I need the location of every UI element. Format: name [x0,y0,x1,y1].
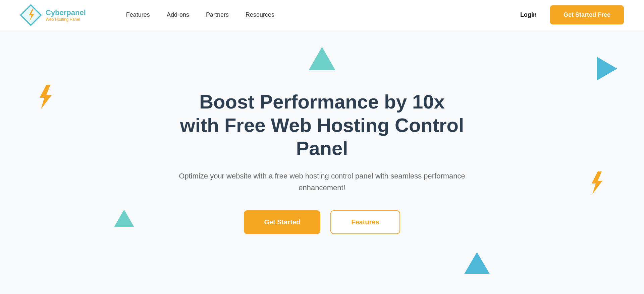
nav-item-features[interactable]: Features [126,11,150,18]
hero-title: Boost Performance by 10x with Free Web H… [178,90,466,160]
hero-content: Boost Performance by 10x with Free Web H… [178,90,466,234]
nav-right: Login Get Started Free [520,5,624,24]
deco-triangle-bottom-right [464,252,490,274]
hero-subtitle: Optimize your website with a free web ho… [178,170,466,194]
nav-item-addons[interactable]: Add-ons [167,11,189,18]
nav-links: Features Add-ons Partners Resources [126,11,274,18]
login-link[interactable]: Login [520,11,537,18]
hero-get-started-button[interactable]: Get Started [244,210,320,234]
nav-link-partners[interactable]: Partners [206,11,229,18]
logo-link[interactable]: Cyberpanel Web Hosting Panel [20,4,86,26]
logo-name: Cyberpanel [46,8,86,17]
nav-link-addons[interactable]: Add-ons [167,11,189,18]
deco-triangle-top-right [597,57,617,80]
logo-text-group: Cyberpanel Web Hosting Panel [46,8,86,22]
deco-lightning-right [586,171,604,196]
logo-sub: Web Hosting Panel [46,17,86,22]
hero-buttons: Get Started Features [178,210,466,234]
deco-triangle-bottom-left [114,210,134,227]
navbar-cta-button[interactable]: Get Started Free [550,5,624,24]
hero-features-button[interactable]: Features [330,210,400,234]
hero-section: Boost Performance by 10x with Free Web H… [0,30,644,294]
svg-marker-8 [592,171,602,194]
deco-triangle-top-center [309,47,335,70]
logo-icon [20,4,42,26]
nav-item-partners[interactable]: Partners [206,11,229,18]
navbar: Cyberpanel Web Hosting Panel Features Ad… [0,0,644,30]
nav-link-features[interactable]: Features [126,11,150,18]
nav-link-resources[interactable]: Resources [246,11,274,18]
nav-item-resources[interactable]: Resources [246,11,274,18]
svg-marker-7 [40,85,52,109]
deco-lightning-left [34,84,54,112]
